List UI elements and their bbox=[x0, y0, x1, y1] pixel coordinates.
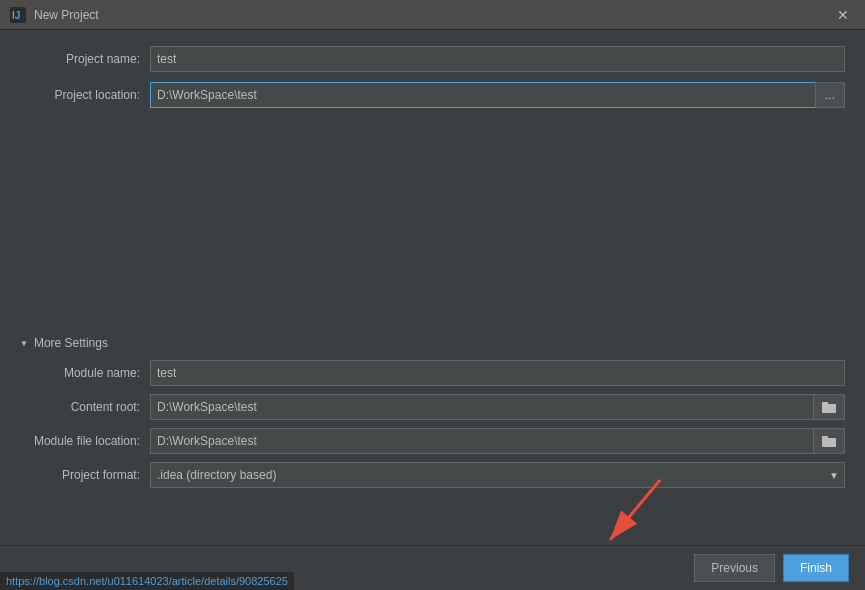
project-format-select[interactable]: .idea (directory based) .ipr (file based… bbox=[150, 462, 845, 488]
module-name-input[interactable] bbox=[150, 360, 845, 386]
intellij-icon: IJ bbox=[10, 7, 26, 23]
project-location-browse-button[interactable]: ... bbox=[815, 82, 845, 108]
main-content: Project name: Project location: ... ▼ Mo… bbox=[0, 30, 865, 504]
close-button[interactable]: ✕ bbox=[831, 5, 855, 25]
project-location-row: Project location: ... bbox=[20, 82, 845, 108]
expand-icon: ▼ bbox=[20, 339, 28, 348]
module-file-location-browse-button[interactable] bbox=[813, 428, 845, 454]
project-location-input[interactable] bbox=[150, 82, 815, 108]
more-settings-header[interactable]: ▼ More Settings bbox=[20, 336, 845, 350]
url-text: https://blog.csdn.net/u011614023/article… bbox=[6, 575, 288, 587]
title-bar: IJ New Project ✕ bbox=[0, 0, 865, 30]
previous-button[interactable]: Previous bbox=[694, 554, 775, 582]
content-root-input-group bbox=[150, 394, 845, 420]
project-name-row: Project name: bbox=[20, 46, 845, 72]
module-name-row: Module name: bbox=[20, 360, 845, 386]
project-name-input[interactable] bbox=[150, 46, 845, 72]
more-settings-label: More Settings bbox=[34, 336, 108, 350]
project-location-input-group: ... bbox=[150, 82, 845, 108]
more-settings-rows: Module name: Content root: bbox=[20, 360, 845, 488]
project-name-label: Project name: bbox=[20, 52, 140, 66]
folder-icon bbox=[822, 401, 836, 413]
more-settings-section: ▼ More Settings Module name: Content roo… bbox=[20, 336, 845, 488]
center-spacer bbox=[20, 118, 845, 318]
module-file-location-row: Module file location: bbox=[20, 428, 845, 454]
title-bar-left: IJ New Project bbox=[10, 7, 99, 23]
content-root-label: Content root: bbox=[20, 400, 140, 414]
project-location-label: Project location: bbox=[20, 88, 140, 102]
module-file-location-input[interactable] bbox=[150, 428, 813, 454]
project-format-label: Project format: bbox=[20, 468, 140, 482]
content-root-browse-button[interactable] bbox=[813, 394, 845, 420]
svg-text:IJ: IJ bbox=[12, 10, 20, 21]
svg-rect-3 bbox=[822, 402, 828, 406]
folder-icon bbox=[822, 435, 836, 447]
url-bar: https://blog.csdn.net/u011614023/article… bbox=[0, 572, 294, 590]
project-format-select-wrapper: .idea (directory based) .ipr (file based… bbox=[150, 462, 845, 488]
module-file-location-input-group bbox=[150, 428, 845, 454]
module-file-location-label: Module file location: bbox=[20, 434, 140, 448]
content-root-input[interactable] bbox=[150, 394, 813, 420]
module-name-label: Module name: bbox=[20, 366, 140, 380]
finish-button[interactable]: Finish bbox=[783, 554, 849, 582]
dialog-title: New Project bbox=[34, 8, 99, 22]
content-root-row: Content root: bbox=[20, 394, 845, 420]
svg-rect-5 bbox=[822, 436, 828, 440]
project-format-row: Project format: .idea (directory based) … bbox=[20, 462, 845, 488]
